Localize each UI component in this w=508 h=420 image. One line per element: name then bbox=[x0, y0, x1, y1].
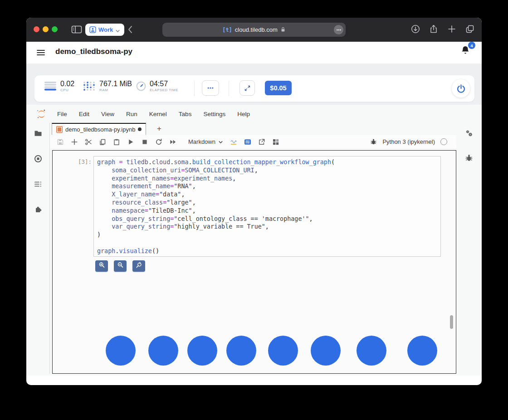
ram-value: 767.1 MiB bbox=[99, 80, 132, 88]
workflow-graph-node[interactable] bbox=[187, 336, 217, 366]
cost-button[interactable]: $0.05 bbox=[265, 81, 292, 95]
cell-type-dropdown[interactable]: Markdown bbox=[188, 138, 223, 145]
chart-icon[interactable] bbox=[230, 138, 237, 146]
new-tab-button[interactable]: + bbox=[154, 124, 164, 133]
debugger-bug-icon[interactable] bbox=[370, 138, 377, 145]
zoom-out-button[interactable] bbox=[114, 260, 127, 272]
extensions-icon[interactable] bbox=[34, 205, 42, 214]
sidebar-toggle-icon[interactable] bbox=[71, 25, 82, 34]
workflow-graph-node[interactable] bbox=[148, 336, 178, 366]
notebook-document: [3]: graph = tiledb.cloud.soma.build_col… bbox=[52, 150, 456, 374]
workflow-graph-node[interactable] bbox=[106, 336, 136, 366]
zoom-window-button[interactable] bbox=[52, 26, 58, 32]
notebook-toolbar: Markdown Python 3 (ipykernel) bbox=[50, 135, 456, 148]
scrollbar-thumb[interactable] bbox=[450, 315, 453, 329]
open-in-new-icon[interactable] bbox=[258, 138, 265, 146]
folder-icon[interactable] bbox=[34, 129, 42, 137]
zoom-in-button[interactable] bbox=[95, 260, 108, 272]
workflow-graph-node[interactable] bbox=[268, 336, 298, 366]
cut-icon[interactable] bbox=[85, 138, 92, 146]
shutdown-power-button[interactable] bbox=[452, 79, 470, 98]
url-text: cloud.tiledb.com bbox=[235, 26, 278, 33]
debugger-bug-icon[interactable] bbox=[465, 154, 473, 162]
jupyterlab-region: FileEditViewRunKernelTabsSettingsHelp de… bbox=[26, 105, 482, 376]
run-all-icon[interactable] bbox=[169, 138, 176, 146]
back-button[interactable] bbox=[127, 25, 133, 34]
hamburger-menu-icon[interactable] bbox=[36, 48, 45, 57]
workflow-graph-node[interactable] bbox=[407, 336, 437, 366]
share-icon[interactable] bbox=[429, 24, 438, 34]
stop-icon[interactable] bbox=[141, 138, 148, 146]
browser-action-icons bbox=[411, 24, 474, 34]
kernel-name[interactable]: Python 3 (ipykernel) bbox=[382, 138, 435, 145]
code-line: namespace="TileDB-Inc", bbox=[97, 207, 437, 215]
menu-help[interactable]: Help bbox=[231, 109, 256, 119]
tiledb-favicon: [t] bbox=[222, 27, 232, 33]
grid-icon[interactable] bbox=[272, 138, 279, 146]
property-inspector-icon[interactable] bbox=[465, 129, 473, 137]
notebook-tab[interactable]: demo_tiledbsoma-py.ipynb bbox=[52, 123, 146, 135]
menu-tabs[interactable]: Tabs bbox=[173, 109, 198, 119]
running-sessions-icon[interactable] bbox=[34, 155, 42, 163]
workflow-graph-node[interactable] bbox=[226, 336, 256, 366]
page-title: demo_tiledbsoma-py bbox=[55, 47, 132, 56]
workflow-graph-node[interactable] bbox=[357, 336, 386, 366]
download-icon[interactable] bbox=[411, 24, 420, 34]
paste-icon[interactable] bbox=[113, 138, 120, 146]
cpu-stat: 0.02 CPU bbox=[44, 80, 74, 93]
workflow-graph-node[interactable] bbox=[311, 336, 341, 366]
server-more-button[interactable] bbox=[202, 80, 219, 96]
zoom-reset-icon bbox=[136, 262, 142, 270]
menu-edit[interactable]: Edit bbox=[73, 109, 95, 119]
zoom-in-icon bbox=[98, 262, 105, 270]
notebook-tabbar: demo_tiledbsoma-py.ipynb + bbox=[50, 123, 456, 136]
restart-icon[interactable] bbox=[155, 138, 162, 146]
page-more-button[interactable] bbox=[334, 25, 343, 34]
profile-person-icon bbox=[89, 26, 96, 33]
menu-file[interactable]: File bbox=[51, 109, 73, 119]
menu-settings[interactable]: Settings bbox=[197, 109, 231, 119]
kernel-status-circle bbox=[440, 138, 447, 145]
console-icon[interactable] bbox=[244, 138, 251, 146]
zoom-reset-button[interactable] bbox=[132, 260, 145, 272]
app-header: demo_tiledbsoma-py 4 bbox=[26, 42, 482, 64]
code-line: measurement_name="RNA", bbox=[97, 182, 437, 190]
cell-execution-prompt: [3]: bbox=[58, 158, 92, 165]
divider bbox=[194, 81, 195, 96]
elapsed-label: ELAPSED TIME bbox=[150, 88, 178, 93]
browser-titlebar: Work [t] cloud.tiledb.com bbox=[26, 18, 482, 42]
menu-run[interactable]: Run bbox=[120, 109, 143, 119]
browser-window: Work [t] cloud.tiledb.com demo_tiledbsom… bbox=[26, 18, 482, 385]
toc-icon[interactable] bbox=[34, 180, 42, 188]
cpu-bars-icon bbox=[44, 81, 57, 91]
left-sidebar bbox=[26, 123, 50, 374]
address-bar[interactable]: [t] cloud.tiledb.com bbox=[162, 23, 346, 37]
ram-dots-icon bbox=[83, 81, 96, 91]
new-tab-icon[interactable] bbox=[447, 24, 456, 34]
notifications-badge: 4 bbox=[468, 42, 475, 49]
right-sidebar bbox=[456, 123, 482, 162]
expand-button[interactable] bbox=[239, 80, 255, 96]
code-line: X_layer_name="data", bbox=[97, 190, 437, 199]
code-line: obs_query_string="cell_ontology_class ==… bbox=[97, 215, 437, 223]
cell-type-value: Markdown bbox=[188, 138, 215, 145]
lock-icon bbox=[280, 27, 286, 33]
run-icon[interactable] bbox=[127, 138, 134, 146]
menu-kernel[interactable]: Kernel bbox=[143, 109, 173, 119]
elapsed-value: 04:57 bbox=[150, 80, 178, 88]
tabs-icon[interactable] bbox=[465, 24, 474, 34]
code-line: resource_class="large", bbox=[97, 199, 437, 207]
code-line: ) bbox=[97, 231, 437, 239]
menu-view[interactable]: View bbox=[95, 109, 120, 119]
profile-button[interactable]: Work bbox=[85, 24, 124, 36]
save-icon[interactable] bbox=[57, 138, 64, 146]
copy-icon[interactable] bbox=[99, 138, 106, 146]
zoom-out-icon bbox=[117, 262, 124, 270]
notebook-file-icon bbox=[56, 126, 63, 133]
close-window-button[interactable] bbox=[34, 26, 39, 32]
minimize-window-button[interactable] bbox=[43, 26, 49, 32]
add-cell-icon[interactable] bbox=[71, 138, 78, 146]
divider bbox=[229, 81, 229, 96]
code-line: experiment_names=experiment_names, bbox=[97, 175, 437, 183]
code-cell[interactable]: graph = tiledb.cloud.soma.build_collecti… bbox=[93, 156, 441, 257]
